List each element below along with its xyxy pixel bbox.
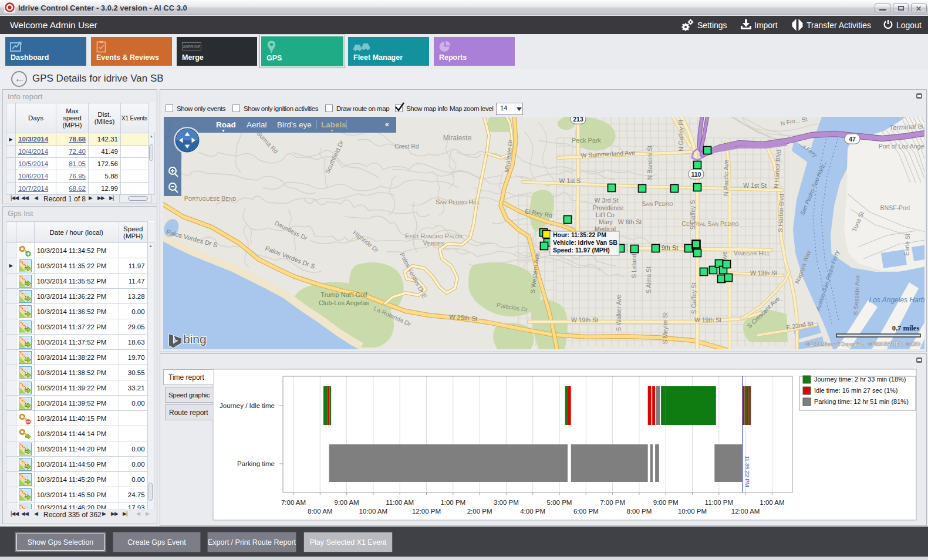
svg-text:EAST RANCHO PALOS: EAST RANCHO PALOS: [405, 232, 463, 239]
svg-text:8:00 PM: 8:00 PM: [626, 508, 652, 515]
svg-text:5:00 PM: 5:00 PM: [547, 499, 572, 506]
svg-text:PORTUGUESE BEND: PORTUGUESE BEND: [184, 195, 237, 202]
svg-text:S Gaffey St: S Gaffey St: [690, 282, 697, 314]
svg-text:12:00 PM: 12:00 PM: [412, 508, 441, 515]
svg-text:11:00 AM: 11:00 AM: [386, 499, 414, 506]
svg-text:W 19th St: W 19th St: [571, 316, 598, 323]
svg-text:12:00 AM: 12:00 AM: [731, 508, 760, 515]
svg-text:110: 110: [691, 171, 701, 178]
svg-text:S Alma St: S Alma St: [645, 266, 652, 294]
svg-text:Idle time: 16 min 27 sec (1%): Idle time: 16 min 27 sec (1%): [814, 387, 897, 394]
svg-text:© 2014 Microsoft Corporation: © 2014 Microsoft Corporation © 2010 NAVT…: [806, 342, 920, 347]
svg-text:N Pacific Ave: N Pacific Ave: [723, 160, 730, 196]
svg-text:7:00 AM: 7:00 AM: [281, 499, 306, 506]
svg-text:Parking time: 12 hr 51 min (81: Parking time: 12 hr 51 min (81%): [814, 398, 909, 405]
svg-text:N Bandini St: N Bandini St: [646, 146, 653, 180]
svg-text:6:00 PM: 6:00 PM: [573, 508, 599, 515]
svg-text:8:00 AM: 8:00 AM: [308, 508, 332, 515]
svg-text:SAN PEDRO: SAN PEDRO: [642, 200, 673, 207]
svg-text:bing: bing: [183, 332, 207, 346]
svg-text:Club-Los Angelas: Club-Los Angelas: [319, 299, 370, 306]
svg-text:Providence: Providence: [593, 204, 624, 211]
svg-text:W 6th St: W 6th St: [618, 218, 642, 225]
svg-text:Lit'l Co: Lit'l Co: [596, 211, 615, 218]
svg-text:Trump Nat'l Golf: Trump Nat'l Golf: [320, 291, 367, 298]
svg-text:213: 213: [573, 117, 583, 123]
svg-text:47: 47: [849, 136, 856, 143]
svg-text:Port of Los Angel...: Port of Los Angel...: [879, 143, 924, 150]
svg-text:S Leland: S Leland: [630, 254, 637, 278]
svg-text:9:00 PM: 9:00 PM: [653, 499, 679, 506]
svg-text:«: «: [385, 120, 391, 129]
svg-text:MERGE: MERGE: [183, 44, 201, 49]
svg-text:Peck Park: Peck Park: [572, 137, 602, 144]
svg-text:10:00 PM: 10:00 PM: [678, 508, 707, 515]
svg-text:W 19th St: W 19th St: [694, 316, 721, 323]
svg-text:Journey time: 2 hr 33 min (18%: Journey time: 2 hr 33 min (18%): [814, 376, 906, 383]
svg-text:S Walker Ave: S Walker Ave: [615, 295, 622, 332]
svg-text:W 1st S: W 1st S: [559, 177, 581, 184]
svg-text:Los Angeles Harb...: Los Angeles Harb...: [869, 296, 924, 304]
svg-text:11:35:22 PM: 11:35:22 PM: [744, 456, 751, 487]
svg-text:Speed: 11.97 (MPH): Speed: 11.97 (MPH): [553, 247, 610, 254]
svg-text:Crest Rd: Crest Rd: [394, 143, 419, 150]
svg-text:9th St: 9th St: [662, 244, 679, 251]
svg-text:0.7 miles: 0.7 miles: [892, 324, 920, 332]
svg-text:Miraleste: Miraleste: [443, 134, 472, 142]
svg-text:S Harbor Blvd: S Harbor Blvd: [777, 194, 785, 232]
svg-text:S Meyler St: S Meyler St: [662, 312, 669, 344]
svg-text:Vehicle: idrive Van SB: Vehicle: idrive Van SB: [553, 239, 617, 246]
svg-text:3:00 PM: 3:00 PM: [494, 499, 519, 506]
svg-text:Journey / Idle time: Journey / Idle time: [220, 402, 275, 409]
svg-text:W 3rd St: W 3rd St: [595, 197, 619, 204]
svg-text:11:00 PM: 11:00 PM: [705, 499, 733, 506]
svg-text:2:00 PM: 2:00 PM: [467, 508, 492, 515]
svg-text:S Gaffey S: S Gaffey S: [689, 200, 696, 230]
svg-text:9:00 AM: 9:00 AM: [334, 499, 359, 506]
svg-text:4:00 PM: 4:00 PM: [520, 508, 545, 515]
svg-text:7:00 PM: 7:00 PM: [600, 499, 625, 506]
svg-text:W 13th St: W 13th St: [750, 269, 777, 276]
svg-text:VINEGAR HILL: VINEGAR HILL: [734, 249, 770, 257]
svg-text:N Gaffey Pl: N Gaffey Pl: [677, 120, 684, 151]
svg-text:Bird's eye: Bird's eye: [277, 120, 312, 129]
svg-text:VERDES: VERDES: [423, 239, 445, 247]
svg-text:BNSF-Port: BNSF-Port: [880, 204, 910, 211]
svg-text:Labels: Labels: [321, 120, 346, 129]
svg-text:Hour: 11:35:22 PM: Hour: 11:35:22 PM: [553, 231, 606, 238]
svg-text:SAN PEDRO HILL: SAN PEDRO HILL: [436, 198, 480, 205]
svg-text:W 1st St: W 1st St: [743, 182, 767, 189]
svg-text:Aerial: Aerial: [247, 120, 267, 129]
svg-text:1:00 PM: 1:00 PM: [440, 499, 465, 506]
svg-text:Parking time: Parking time: [237, 460, 275, 467]
svg-text:1:00 AM: 1:00 AM: [760, 499, 784, 506]
svg-text:10:00 AM: 10:00 AM: [359, 508, 388, 515]
svg-text:Mary: Mary: [599, 218, 613, 225]
svg-text:Road: Road: [216, 120, 236, 129]
